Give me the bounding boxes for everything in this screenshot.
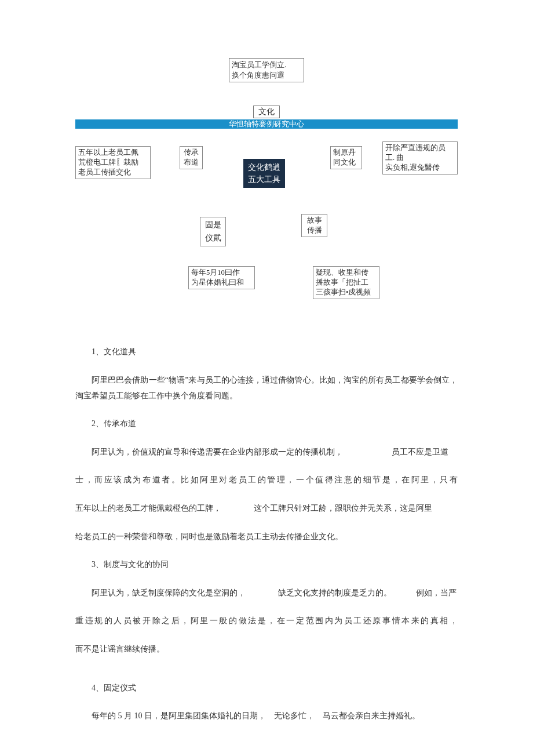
paragraph-1: 阿里巴巴会借助一些“物语”来与员工的心连接，通过借物管心。比如，淘宝的所有员工都…	[75, 373, 458, 404]
paragraph-3c: 而不是让谣言继续传播。	[75, 642, 458, 657]
blue-header-bar: 华怛轴特褰例砑究中心	[75, 119, 458, 129]
diagram-box-right-top: 开除严直违规的员 工. 曲 实负相,遐兔醫传	[382, 141, 458, 175]
culture-label-box: 文化	[253, 106, 280, 118]
five-tools-diagram: 五年以上老员工佩 荒橙电工牌〖栽励 老员工传插交化 传承 布道 交化鹤逍 五大工…	[75, 141, 458, 333]
diagram-box-midleft-bottom: 固是 仪貮	[200, 217, 226, 246]
diagram-box-bottom-right: 疑现、收里和传 播故事「把扯工 三孩事扫•戍视頻	[313, 266, 379, 299]
heading-2: 2、传承布道	[75, 416, 458, 432]
body-text-section: 1、文化道具 阿里巴巴会借助一些“物语”来与员工的心连接，通过借物管心。比如，淘…	[75, 344, 458, 724]
paragraph-2b: 士，而应该成为布道者。比如阿里对老员工的管理，一个值得注意的细节是，在阿里，只有	[75, 472, 458, 488]
diagram-box-bottom-left: 每年5月10曰作 为星体婚礼曰和	[188, 266, 255, 289]
heading-4: 4、固定仪式	[75, 681, 458, 696]
paragraph-2a: 阿里认为，价值观的宣导和传递需要在企业内部形成一定的传播机制， 员工不应是卫道	[75, 445, 458, 460]
document-page: 淘宝员工学倒立. 换个角度恚问遐 文化 华怛轴特褰例砑究中心 五年以上老员工佩 …	[0, 0, 533, 756]
paragraph-3b: 重违规的人员被开除之后，阿里一般的做法是，在一定范围内为员工还原事情本来的真相，	[75, 613, 458, 629]
paragraph-3a: 阿里认为，缺乏制度保障的文化是空洞的， 缺乏文化支持的制度是乏力的。 例如，当严	[75, 586, 458, 601]
heading-3: 3、制度与文化的协同	[75, 557, 458, 573]
paragraph-2d: 给老员工的一种荣誉和尊敬，同时也是激励着老员工主动去传播企业文化。	[75, 529, 458, 545]
diagram-center-box: 交化鹤逍 五大工具	[243, 159, 285, 188]
top-callout-box: 淘宝员工学倒立. 换个角度恚问遐	[229, 58, 304, 82]
diagram-box-midleft-top: 传承 布道	[180, 146, 203, 169]
diagram-box-midright-top: 制原丹 同文化	[330, 146, 362, 169]
paragraph-4: 每年的 5 月 10 日，是阿里集团集体婚礼的日期， 无论多忙， 马云都会亲自来…	[75, 708, 458, 724]
diagram-box-midright-bottom: 故事 传播	[301, 214, 327, 237]
paragraph-2c: 五年以上的老员工才能佩戴橙色的工牌， 这个工牌只针对工龄，跟职位并无关系，这是阿…	[75, 501, 458, 517]
heading-1: 1、文化道具	[75, 344, 458, 360]
diagram-box-left-top: 五年以上老员工佩 荒橙电工牌〖栽励 老员工传插交化	[75, 146, 151, 179]
